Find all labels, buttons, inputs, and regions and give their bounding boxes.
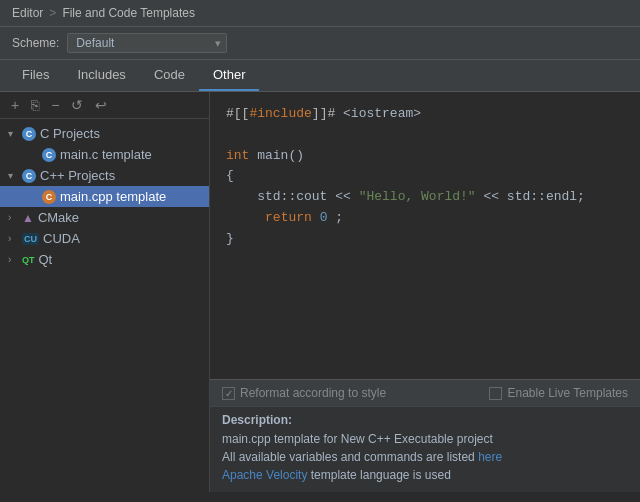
tree-item-label: Qt bbox=[39, 252, 53, 267]
tree-item-cmake[interactable]: › ▲ CMake bbox=[0, 207, 209, 228]
chevron-icon: ▾ bbox=[8, 128, 18, 139]
add-button[interactable]: + bbox=[8, 96, 22, 114]
chevron-icon: › bbox=[8, 233, 18, 244]
chevron-icon: › bbox=[8, 254, 18, 265]
editor-label: Editor bbox=[12, 6, 43, 20]
chevron-icon: › bbox=[8, 212, 18, 223]
tab-code[interactable]: Code bbox=[140, 60, 199, 91]
undo-button[interactable]: ↩ bbox=[92, 96, 110, 114]
description-line3: Apache Velocity template language is use… bbox=[222, 466, 628, 484]
cmake-icon: ▲ bbox=[22, 211, 34, 225]
description-line2: All available variables and commands are… bbox=[222, 448, 628, 466]
tab-other[interactable]: Other bbox=[199, 60, 260, 91]
tab-files[interactable]: Files bbox=[8, 60, 63, 91]
code-line-2 bbox=[226, 125, 624, 146]
cpp-file-icon: C bbox=[42, 190, 56, 204]
description-area: Description: main.cpp template for New C… bbox=[210, 406, 640, 492]
code-line-3: int main() bbox=[226, 146, 624, 167]
code-line-5: std::cout << "Hello, World!" << std::end… bbox=[226, 187, 624, 208]
tree-item-label: C++ Projects bbox=[40, 168, 115, 183]
scheme-select-wrapper[interactable]: Default bbox=[67, 33, 227, 53]
reformat-label: Reformat according to style bbox=[240, 386, 386, 400]
bottom-bar: ✓ Reformat according to style Enable Liv… bbox=[210, 379, 640, 406]
scheme-select[interactable]: Default bbox=[67, 33, 227, 53]
breadcrumb-separator: > bbox=[49, 6, 56, 20]
sidebar: + ⎘ − ↺ ↩ ▾ C C Projects C main.c templa… bbox=[0, 92, 210, 492]
scheme-label: Scheme: bbox=[12, 36, 59, 50]
sidebar-toolbar: + ⎘ − ↺ ↩ bbox=[0, 92, 209, 119]
remove-button[interactable]: − bbox=[48, 96, 62, 114]
description-here-link[interactable]: here bbox=[478, 450, 502, 464]
description-label: Description: bbox=[222, 413, 628, 427]
page-title: File and Code Templates bbox=[62, 6, 195, 20]
c-icon: C bbox=[22, 127, 36, 141]
tree-item-label: CMake bbox=[38, 210, 79, 225]
header: Editor > File and Code Templates bbox=[0, 0, 640, 27]
tree-item-qt[interactable]: › QT Qt bbox=[0, 249, 209, 270]
tree-item-label: main.cpp template bbox=[60, 189, 166, 204]
tree-item-main-cpp[interactable]: C main.cpp template bbox=[0, 186, 209, 207]
description-line2-prefix: All available variables and commands are… bbox=[222, 450, 478, 464]
tree-item-label: main.c template bbox=[60, 147, 152, 162]
code-line-7: } bbox=[226, 229, 624, 250]
code-line-6: return 0 ; bbox=[226, 208, 624, 229]
live-templates-label: Enable Live Templates bbox=[507, 386, 628, 400]
tree-item-c-projects[interactable]: ▾ C C Projects bbox=[0, 123, 209, 144]
reformat-option[interactable]: ✓ Reformat according to style bbox=[222, 386, 386, 400]
tree-item-label: CUDA bbox=[43, 231, 80, 246]
c-file-icon: C bbox=[42, 148, 56, 162]
reformat-checkbox[interactable]: ✓ bbox=[222, 387, 235, 400]
tree-item-cpp-projects[interactable]: ▾ C C++ Projects bbox=[0, 165, 209, 186]
chevron-icon: ▾ bbox=[8, 170, 18, 181]
tree-item-cuda[interactable]: › CU CUDA bbox=[0, 228, 209, 249]
cuda-icon: CU bbox=[22, 233, 39, 245]
live-templates-option[interactable]: Enable Live Templates bbox=[489, 386, 628, 400]
apache-velocity-link[interactable]: Apache Velocity bbox=[222, 468, 307, 482]
code-editor[interactable]: #[[#include]]# <iostream> int main() { s… bbox=[210, 92, 640, 379]
live-templates-checkbox[interactable] bbox=[489, 387, 502, 400]
main-content: + ⎘ − ↺ ↩ ▾ C C Projects C main.c templa… bbox=[0, 92, 640, 492]
qt-icon: QT bbox=[22, 255, 35, 265]
description-line1: main.cpp template for New C++ Executable… bbox=[222, 430, 628, 448]
copy-button[interactable]: ⎘ bbox=[28, 96, 42, 114]
code-line-1: #[[#include]]# <iostream> bbox=[226, 104, 624, 125]
tree-item-label: C Projects bbox=[40, 126, 100, 141]
description-line3-suffix: template language is used bbox=[311, 468, 451, 482]
reset-button[interactable]: ↺ bbox=[68, 96, 86, 114]
tab-includes[interactable]: Includes bbox=[63, 60, 139, 91]
scheme-row: Scheme: Default bbox=[0, 27, 640, 60]
tree: ▾ C C Projects C main.c template ▾ C C++… bbox=[0, 119, 209, 492]
cpp-icon: C bbox=[22, 169, 36, 183]
tree-item-main-c[interactable]: C main.c template bbox=[0, 144, 209, 165]
code-line-4: { bbox=[226, 166, 624, 187]
tabs-bar: Files Includes Code Other bbox=[0, 60, 640, 92]
editor-panel: #[[#include]]# <iostream> int main() { s… bbox=[210, 92, 640, 492]
